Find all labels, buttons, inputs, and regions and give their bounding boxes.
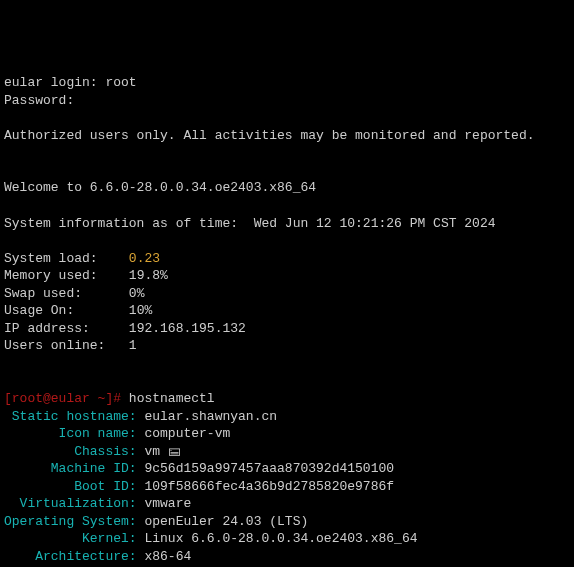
sysinfo-time: Wed Jun 12 10:21:26 PM CST 2024: [254, 216, 496, 231]
login-username: root: [105, 75, 136, 90]
icon-name-label: Icon name:: [4, 426, 137, 441]
login-prompt: eular login:: [4, 75, 98, 90]
icon-name-value: computer-vm: [144, 426, 230, 441]
operating-system-label: Operating System:: [4, 514, 137, 529]
ip-address-label: IP address:: [4, 321, 90, 336]
swap-used-value: 0%: [129, 286, 145, 301]
static-hostname-value: eular.shawnyan.cn: [144, 409, 277, 424]
memory-used-value: 19.8%: [129, 268, 168, 283]
kernel-value: Linux 6.6.0-28.0.0.34.oe2403.x86_64: [144, 531, 417, 546]
boot-id-value: 109f58666fec4a36b9d2785820e9786f: [144, 479, 394, 494]
architecture-value: x86-64: [144, 549, 191, 564]
boot-id-label: Boot ID:: [4, 479, 137, 494]
machine-id-label: Machine ID:: [4, 461, 137, 476]
machine-id-value: 9c56d159a997457aaa870392d4150100: [144, 461, 394, 476]
architecture-label: Architecture:: [4, 549, 137, 564]
users-online-value: 1: [129, 338, 137, 353]
operating-system-value: openEuler 24.03 (LTS): [144, 514, 308, 529]
chassis-value: vm 🖴: [144, 444, 180, 459]
welcome-message: Welcome to 6.6.0-28.0.0.34.oe2403.x86_64: [4, 180, 316, 195]
password-label: Password:: [4, 93, 74, 108]
shell-prompt[interactable]: [root@eular ~]#: [4, 391, 121, 406]
swap-used-label: Swap used:: [4, 286, 82, 301]
auth-message: Authorized users only. All activities ma…: [4, 128, 535, 143]
virtualization-label: Virtualization:: [4, 496, 137, 511]
usage-on-value: 10%: [129, 303, 152, 318]
static-hostname-label: Static hostname:: [4, 409, 137, 424]
users-online-label: Users online:: [4, 338, 105, 353]
command-text: hostnamectl: [129, 391, 215, 406]
kernel-label: Kernel:: [4, 531, 137, 546]
usage-on-label: Usage On:: [4, 303, 74, 318]
virtualization-value: vmware: [144, 496, 191, 511]
system-load-value: 0.23: [129, 251, 160, 266]
system-load-label: System load:: [4, 251, 98, 266]
sysinfo-header: System information as of time:: [4, 216, 238, 231]
chassis-label: Chassis:: [4, 444, 137, 459]
ip-address-value: 192.168.195.132: [129, 321, 246, 336]
memory-used-label: Memory used:: [4, 268, 98, 283]
